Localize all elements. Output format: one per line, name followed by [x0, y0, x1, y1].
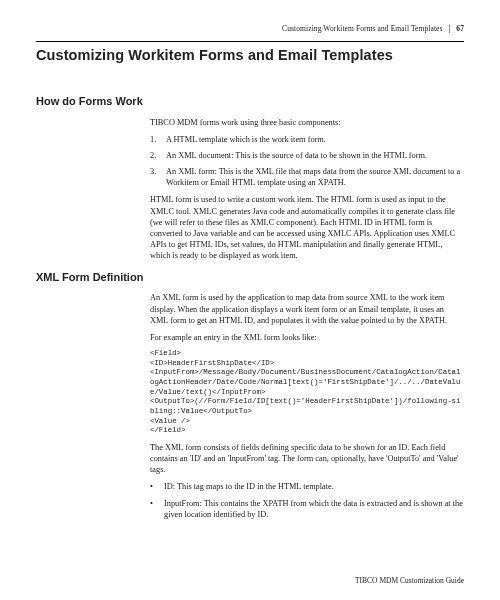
xml-para3: The XML form consists of fields defining…	[150, 442, 464, 476]
list-text: An XML form: This is the XML file that m…	[166, 166, 464, 188]
list-item: 1.A HTML template which is the work item…	[150, 134, 464, 145]
header-separator: |	[445, 24, 455, 33]
chapter-title: Customizing Workitem Forms and Email Tem…	[36, 46, 464, 66]
list-text: An XML document: This is the source of d…	[166, 150, 427, 161]
page-number: 67	[456, 24, 464, 33]
running-title: Customizing Workitem Forms and Email Tem…	[282, 24, 442, 33]
bullet-icon: •	[150, 481, 164, 492]
field-bullets: •ID: This tag maps to the ID in the HTML…	[150, 481, 464, 520]
section-body-forms: TIBCO MDM forms work using three basic c…	[150, 117, 464, 262]
section-body-xmlform: An XML form is used by the application t…	[150, 292, 464, 520]
components-list: 1.A HTML template which is the work item…	[150, 134, 464, 189]
explanation-paragraph: HTML form is used to write a custom work…	[150, 194, 464, 261]
xml-para1: An XML form is used by the application t…	[150, 292, 464, 326]
xml-para2: For example an entry in the XML form loo…	[150, 332, 464, 343]
list-number: 1.	[150, 134, 166, 145]
list-number: 3.	[150, 166, 166, 188]
bullet-icon: •	[150, 498, 164, 520]
rule-top	[36, 41, 464, 42]
running-header: Customizing Workitem Forms and Email Tem…	[36, 24, 464, 34]
bullet-text: ID: This tag maps to the ID in the HTML …	[164, 481, 334, 492]
list-item: 3.An XML form: This is the XML file that…	[150, 166, 464, 188]
list-item: •InputFrom: This contains the XPATH from…	[150, 498, 464, 520]
bullet-text: InputFrom: This contains the XPATH from …	[164, 498, 464, 520]
footer-text: TIBCO MDM Customization Guide	[355, 576, 464, 586]
section-heading-xmlform: XML Form Definition	[36, 270, 464, 285]
list-item: •ID: This tag maps to the ID in the HTML…	[150, 481, 464, 492]
list-number: 2.	[150, 150, 166, 161]
section-heading-forms: How do Forms Work	[36, 94, 464, 109]
intro-paragraph: TIBCO MDM forms work using three basic c…	[150, 117, 464, 128]
list-text: A HTML template which is the work item f…	[166, 134, 326, 145]
list-item: 2.An XML document: This is the source of…	[150, 150, 464, 161]
code-block: <Field> <ID>HeaderFirstShipDate</ID> <In…	[150, 349, 464, 436]
